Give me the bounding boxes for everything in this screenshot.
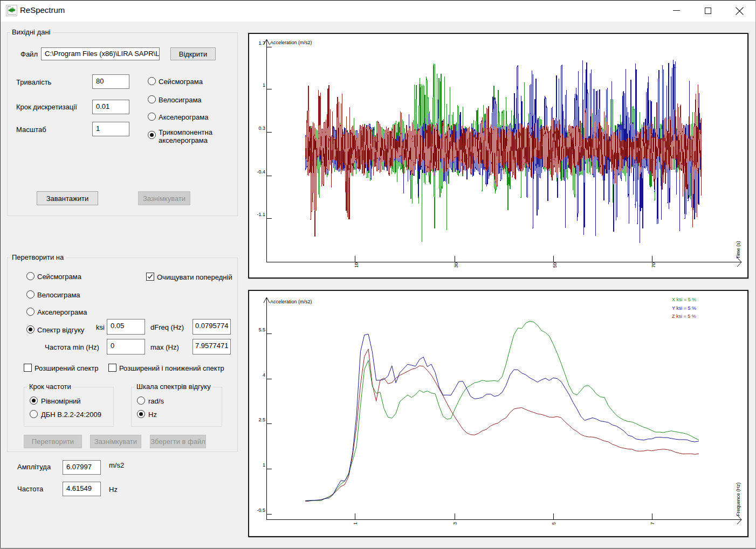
- svg-text:Y ksi = 5 %: Y ksi = 5 %: [672, 305, 696, 311]
- svg-text:Time (s): Time (s): [736, 241, 741, 259]
- svg-text:2.5: 2.5: [258, 417, 265, 422]
- svg-text:1.7: 1.7: [258, 40, 265, 46]
- svg-text:1: 1: [263, 82, 265, 88]
- svg-text:1: 1: [263, 462, 265, 468]
- svg-text:30: 30: [453, 262, 459, 268]
- svg-text:5: 5: [551, 522, 556, 525]
- svg-text:70: 70: [651, 262, 656, 268]
- svg-text:1: 1: [353, 522, 358, 525]
- svg-text:Frequence (Hz): Frequence (Hz): [736, 482, 741, 516]
- svg-text:0.3: 0.3: [258, 126, 265, 131]
- svg-text:4: 4: [263, 372, 265, 378]
- svg-text:X ksi = 5 %: X ksi = 5 %: [672, 297, 696, 302]
- svg-text:7: 7: [650, 522, 655, 525]
- svg-text:3: 3: [452, 522, 458, 525]
- svg-text:Acceleration (m/s2): Acceleration (m/s2): [270, 299, 312, 304]
- svg-text:5.5: 5.5: [258, 327, 265, 332]
- svg-text:10: 10: [354, 262, 359, 268]
- svg-text:-0.5: -0.5: [257, 508, 265, 513]
- svg-text:50: 50: [552, 262, 558, 268]
- svg-text:Z ksi = 5 %: Z ksi = 5 %: [672, 314, 696, 319]
- svg-text:-1.1: -1.1: [257, 212, 265, 217]
- svg-text:Acceleration (m/s2): Acceleration (m/s2): [270, 40, 312, 45]
- svg-text:-0.4: -0.4: [257, 169, 265, 175]
